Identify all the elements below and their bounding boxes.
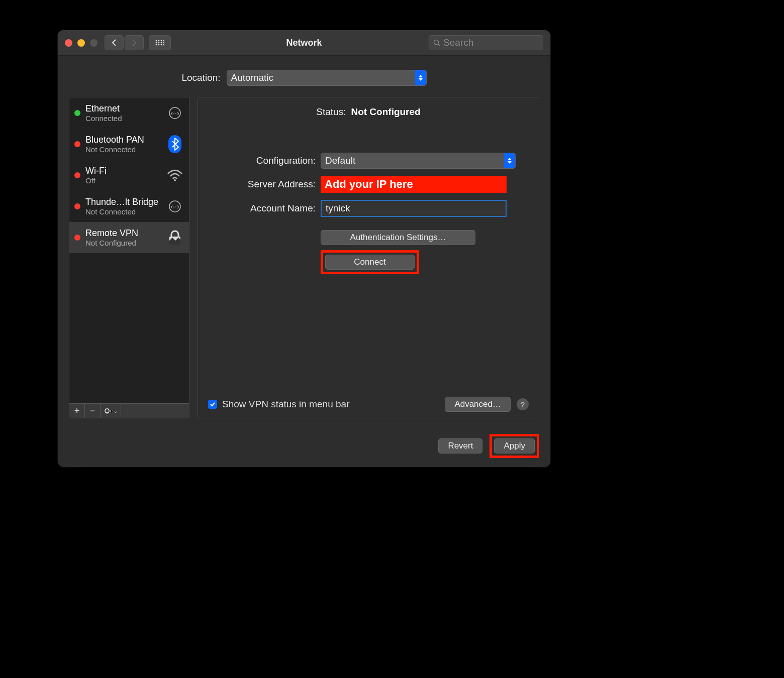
service-name: Remote VPN [85, 228, 161, 239]
ethernet-icon: ‹··› [166, 107, 184, 119]
service-list: Ethernet Connected ‹··› Bluetooth PAN No… [69, 97, 189, 403]
service-name: Ethernet [85, 103, 161, 114]
dropdown-stepper-icon [504, 153, 515, 168]
ethernet-icon: ‹··› [166, 200, 184, 212]
svg-point-4 [156, 42, 157, 44]
service-status: Not Connected [85, 207, 161, 216]
server-address-input[interactable]: Add your IP here [321, 176, 507, 193]
connect-button-label: Connect [354, 257, 385, 267]
configuration-value: Default [325, 155, 355, 166]
minimize-window-button[interactable] [77, 39, 85, 47]
account-name-value: tynick [326, 203, 350, 214]
advanced-button-label: Advanced… [454, 399, 501, 409]
service-status: Connected [85, 114, 161, 123]
service-status: Not Connected [85, 145, 161, 154]
sidebar-item-ethernet[interactable]: Ethernet Connected ‹··› [69, 97, 189, 129]
status-indicator-icon [74, 203, 80, 209]
search-icon [433, 39, 440, 46]
window-controls [65, 39, 97, 47]
sidebar-item-thunderbolt-bridge[interactable]: Thunde…lt Bridge Not Connected ‹··› [69, 191, 189, 222]
location-value: Automatic [231, 72, 273, 83]
vpn-lock-icon [166, 230, 184, 246]
authentication-settings-button[interactable]: Authentication Settings… [321, 230, 475, 245]
svg-point-6 [161, 42, 162, 44]
show-vpn-status-checkbox[interactable] [208, 400, 217, 409]
body: Ethernet Connected ‹··› Bluetooth PAN No… [58, 86, 550, 418]
wifi-icon [166, 169, 184, 182]
svg-point-3 [163, 40, 164, 42]
account-name-label: Account Name: [210, 203, 316, 214]
server-address-overlay-text: Add your IP here [325, 178, 413, 191]
apply-button-label: Apply [504, 441, 525, 451]
status-row: Status: Not Configured [210, 106, 527, 118]
service-status: Off [85, 176, 161, 185]
status-indicator-icon [74, 141, 80, 147]
svg-point-5 [158, 42, 160, 44]
status-value: Not Configured [351, 106, 420, 118]
svg-point-17 [174, 179, 176, 181]
network-preferences-window: Network Search Location: Automatic Ether… [58, 30, 550, 467]
service-status: Not Configured [85, 239, 161, 247]
service-sidebar: Ethernet Connected ‹··› Bluetooth PAN No… [69, 97, 189, 418]
sidebar-item-wifi[interactable]: Wi-Fi Off [69, 160, 189, 191]
back-button[interactable] [105, 35, 124, 50]
svg-text:‹··›: ‹··› [170, 202, 179, 210]
status-indicator-icon [74, 110, 80, 116]
sidebar-item-remote-vpn[interactable]: Remote VPN Not Configured [69, 222, 189, 253]
svg-point-10 [161, 44, 162, 46]
advanced-button[interactable]: Advanced… [445, 397, 511, 412]
detail-panel: Status: Not Configured Configuration: De… [198, 97, 539, 418]
dropdown-stepper-icon [415, 70, 426, 85]
apply-highlight: Apply [489, 434, 539, 458]
help-button[interactable]: ? [517, 398, 529, 410]
svg-point-0 [156, 40, 157, 42]
connect-button[interactable]: Connect [325, 255, 415, 270]
service-name: Wi-Fi [85, 166, 161, 176]
svg-point-8 [156, 44, 157, 46]
sidebar-item-bluetooth-pan[interactable]: Bluetooth PAN Not Connected [69, 129, 189, 160]
server-address-row: Server Address: Add your IP here [210, 176, 527, 193]
titlebar: Network Search [58, 30, 550, 56]
sidebar-toolbar: + − ⌄ [69, 403, 189, 418]
svg-point-2 [161, 40, 162, 42]
configuration-row: Configuration: Default [210, 153, 527, 169]
account-name-input[interactable]: tynick [321, 200, 507, 217]
revert-button-label: Revert [448, 441, 473, 451]
status-label: Status: [316, 106, 346, 118]
detail-bottom-row: Show VPN status in menu bar Advanced… ? [208, 397, 529, 412]
actions: Authentication Settings… Connect [321, 230, 527, 274]
svg-line-13 [438, 44, 440, 46]
service-actions-menu[interactable]: ⌄ [101, 404, 121, 418]
revert-button[interactable]: Revert [438, 438, 482, 454]
svg-point-12 [434, 40, 439, 45]
forward-button[interactable] [125, 35, 144, 50]
service-name: Bluetooth PAN [85, 135, 161, 145]
apply-button[interactable]: Apply [494, 438, 535, 454]
remove-service-button[interactable]: − [85, 404, 101, 418]
svg-text:‹··›: ‹··› [170, 109, 179, 117]
location-label: Location: [181, 72, 220, 83]
svg-point-1 [158, 40, 160, 42]
status-indicator-icon [74, 172, 80, 178]
show-vpn-status-label: Show VPN status in menu bar [222, 399, 349, 410]
footer: Revert Apply [438, 434, 539, 458]
authentication-settings-label: Authentication Settings… [350, 233, 446, 243]
show-all-button[interactable] [149, 35, 171, 50]
configuration-dropdown[interactable]: Default [321, 153, 516, 169]
nav-buttons [105, 35, 144, 50]
zoom-window-button[interactable] [90, 39, 97, 47]
search-placeholder: Search [443, 37, 473, 48]
server-address-label: Server Address: [210, 179, 316, 190]
location-dropdown[interactable]: Automatic [227, 70, 427, 86]
add-service-button[interactable]: + [69, 404, 85, 418]
bluetooth-icon [166, 135, 184, 153]
service-name: Thunde…lt Bridge [85, 197, 161, 207]
search-field[interactable]: Search [429, 35, 543, 50]
check-icon [210, 401, 216, 407]
svg-point-7 [163, 42, 164, 44]
close-window-button[interactable] [65, 39, 72, 47]
svg-point-9 [158, 44, 160, 46]
svg-point-11 [163, 44, 164, 46]
location-row: Location: Automatic [58, 70, 550, 86]
connect-highlight: Connect [321, 250, 419, 274]
